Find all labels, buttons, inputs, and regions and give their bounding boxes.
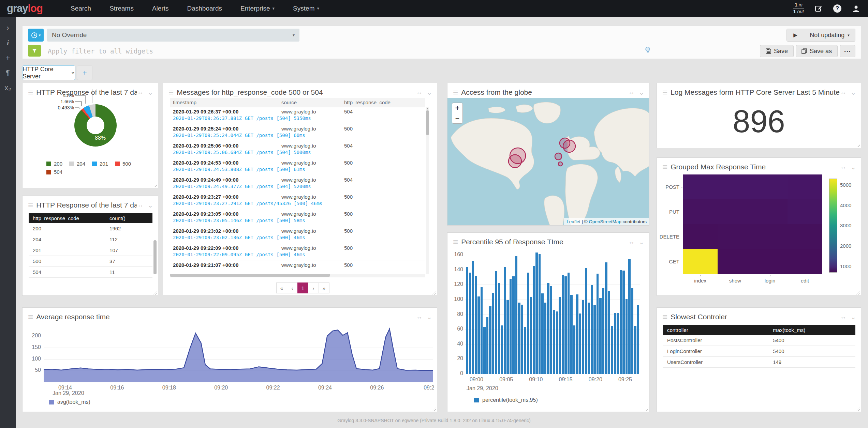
- filter-button[interactable]: [28, 45, 41, 57]
- widget-menu-icon[interactable]: ⌄: [427, 89, 432, 96]
- column-header[interactable]: http_response_code: [29, 215, 105, 221]
- resize-handle[interactable]: [856, 407, 860, 411]
- lightbulb-icon[interactable]: [645, 46, 651, 55]
- bar[interactable]: [535, 253, 538, 374]
- bar[interactable]: [501, 325, 503, 374]
- bar[interactable]: [573, 325, 576, 374]
- heatmap-cell[interactable]: [718, 174, 752, 199]
- edit-pencil-icon[interactable]: [814, 4, 823, 13]
- bar[interactable]: [544, 303, 547, 374]
- save-as-button[interactable]: Save as: [796, 45, 838, 57]
- bar[interactable]: [570, 295, 573, 374]
- bar[interactable]: [588, 303, 590, 374]
- bar[interactable]: [553, 310, 555, 374]
- info-icon[interactable]: i: [3, 39, 12, 47]
- message-row[interactable]: 2020-01-29 09:26:37 +00:002020-01-29T09:…: [170, 107, 425, 124]
- replay-search-icon[interactable]: ↔: [628, 238, 635, 246]
- zoom-out-button[interactable]: −: [452, 113, 462, 123]
- help-icon[interactable]: ?: [833, 4, 841, 13]
- heatmap-cell[interactable]: [683, 249, 718, 274]
- column-header-timestamp[interactable]: timestamp: [173, 100, 196, 105]
- widget-menu-icon[interactable]: ⌄: [148, 201, 153, 209]
- scrollbar-thumb[interactable]: [426, 110, 429, 135]
- widget-menu-icon[interactable]: ⌄: [639, 238, 644, 246]
- widget-menu-icon[interactable]: ⌄: [639, 89, 644, 96]
- message-row[interactable]: 2020-01-29 09:24:49 +00:002020-01-29T09:…: [170, 175, 425, 192]
- replay-search-icon[interactable]: ↔: [137, 201, 144, 209]
- bar[interactable]: [608, 291, 610, 374]
- filter-input[interactable]: [47, 45, 628, 57]
- nav-item-streams[interactable]: Streams: [100, 0, 143, 17]
- drag-handle-icon[interactable]: ≡: [28, 312, 33, 321]
- bar[interactable]: [576, 294, 578, 374]
- drag-handle-icon[interactable]: ≡: [662, 88, 667, 97]
- bar[interactable]: [475, 276, 477, 374]
- replay-search-icon[interactable]: ↔: [416, 313, 423, 321]
- page-button-›[interactable]: ›: [308, 282, 319, 293]
- zoom-in-button[interactable]: +: [452, 103, 462, 113]
- bar[interactable]: [498, 283, 500, 374]
- nav-item-alerts[interactable]: Alerts: [143, 0, 178, 17]
- expand-chevron-icon[interactable]: ›: [3, 24, 12, 32]
- bar[interactable]: [466, 267, 468, 374]
- column-header[interactable]: max(took_ms): [769, 327, 855, 333]
- add-tab-button[interactable]: +: [77, 65, 93, 80]
- bar[interactable]: [539, 254, 541, 374]
- drag-handle-icon[interactable]: ≡: [168, 88, 174, 97]
- heatmap-cell[interactable]: [683, 174, 718, 199]
- bar[interactable]: [634, 326, 636, 374]
- bar[interactable]: [564, 276, 567, 374]
- bar[interactable]: [597, 274, 599, 374]
- map-data-circle[interactable]: [555, 153, 562, 160]
- user-icon[interactable]: [852, 4, 860, 13]
- legend-item[interactable]: 204: [69, 161, 92, 167]
- bar[interactable]: [492, 293, 495, 374]
- bar[interactable]: [556, 311, 558, 374]
- page-button-1[interactable]: 1: [297, 282, 308, 293]
- plus-icon[interactable]: +: [3, 54, 12, 62]
- heatmap-cell[interactable]: [753, 199, 788, 224]
- message-row[interactable]: 2020-01-29 09:25:06 +00:002020-01-29T09:…: [170, 141, 425, 158]
- map-canvas[interactable]: + − Leaflet | © OpenStreetMap contributo…: [447, 98, 649, 225]
- leaflet-link[interactable]: Leaflet: [567, 219, 580, 224]
- osm-link[interactable]: OpenStreetMap: [589, 219, 621, 224]
- bar[interactable]: [510, 279, 512, 374]
- heatmap-cell[interactable]: [683, 199, 718, 224]
- bar[interactable]: [521, 305, 524, 374]
- bar[interactable]: [533, 266, 535, 374]
- bar[interactable]: [469, 273, 471, 374]
- drag-handle-icon[interactable]: ≡: [28, 201, 33, 210]
- bar[interactable]: [559, 297, 561, 374]
- heatmap-cell[interactable]: [753, 224, 788, 249]
- message-row[interactable]: 2020-01-29 09:24:53 +00:002020-01-29T09:…: [170, 158, 425, 175]
- bar[interactable]: [515, 256, 518, 374]
- message-row[interactable]: 2020-01-29 09:22:09 +00:002020-01-29T09:…: [170, 243, 425, 260]
- bar[interactable]: [602, 288, 605, 374]
- legend-item[interactable]: 201: [92, 161, 115, 167]
- bar[interactable]: [481, 287, 483, 374]
- bar[interactable]: [495, 271, 497, 374]
- resize-handle[interactable]: [856, 291, 860, 295]
- map-data-circle[interactable]: [558, 162, 562, 166]
- scroll-up-icon[interactable]: ▲: [426, 107, 429, 110]
- bar[interactable]: [593, 305, 596, 374]
- bar[interactable]: [550, 286, 553, 374]
- heatmap-cell[interactable]: [788, 174, 822, 199]
- drag-handle-icon[interactable]: ≡: [662, 163, 667, 171]
- map-data-circle[interactable]: [563, 140, 575, 152]
- column-header-http-response-code[interactable]: http_response_code: [344, 100, 391, 105]
- message-row[interactable]: 2020-01-29 09:23:02 +00:002020-01-29T09:…: [170, 226, 425, 243]
- bar[interactable]: [483, 327, 486, 374]
- heatmap-cell[interactable]: [718, 249, 752, 274]
- legend-item[interactable]: 500: [115, 161, 138, 167]
- page-button-»[interactable]: »: [319, 282, 329, 293]
- drag-handle-icon[interactable]: ≡: [28, 88, 33, 97]
- nav-item-dashboards[interactable]: Dashboards: [178, 0, 231, 17]
- bar[interactable]: [582, 300, 584, 374]
- nav-item-enterprise[interactable]: Enterprise▾: [231, 0, 284, 17]
- bar[interactable]: [486, 317, 489, 374]
- bar[interactable]: [622, 271, 625, 374]
- bar[interactable]: [562, 275, 564, 374]
- heatmap-cell[interactable]: [753, 249, 788, 274]
- hscrollbar-thumb[interactable]: [170, 274, 330, 277]
